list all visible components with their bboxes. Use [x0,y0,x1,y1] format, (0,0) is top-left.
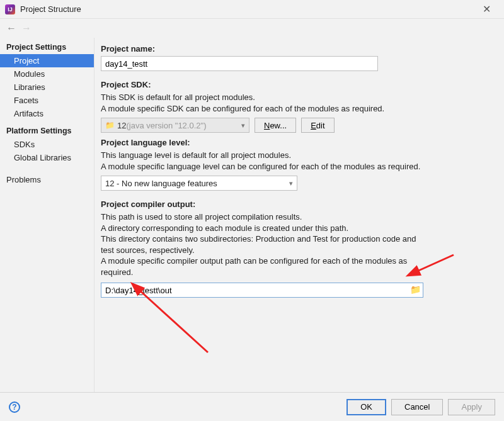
chevron-down-icon: ▾ [289,179,293,188]
browse-folder-icon[interactable]: 📁 [410,284,421,295]
sidebar-item-problems[interactable]: Problems [0,173,94,186]
lang-desc-2: A module specific language level can be … [101,161,493,172]
output-desc-2: A directory corresponding to each module… [101,223,493,234]
edit-sdk-button[interactable]: Edit [301,118,334,133]
help-icon[interactable]: ? [9,401,20,413]
apply-button[interactable]: Apply [448,399,495,415]
sdk-combo[interactable]: 📁 12 (java version "12.0.2") ▾ [101,118,249,133]
lang-desc-1: This language level is default for all p… [101,150,493,161]
main-panel: Project name: Project SDK: This SDK is d… [94,38,504,421]
folder-icon: 📁 [105,121,115,130]
dialog-footer: ? OK Cancel Apply [0,392,504,421]
lang-level-value: 12 - No new language features [105,179,217,188]
sidebar-item-sdks[interactable]: SDKs [0,138,94,151]
app-icon: IJ [5,4,15,14]
forward-icon[interactable]: → [21,23,32,34]
sidebar-item-project[interactable]: Project [0,54,94,67]
sidebar-item-libraries[interactable]: Libraries [0,81,94,94]
ok-button[interactable]: OK [346,399,386,415]
sdk-desc-1: This SDK is default for all project modu… [101,92,493,103]
sidebar-item-artifacts[interactable]: Artifacts [0,107,94,120]
sidebar-heading-platform-settings: Platform Settings [0,124,94,138]
output-desc-4: A module specific compiler output path c… [101,255,428,278]
cancel-button[interactable]: Cancel [391,399,443,415]
sdk-label: Project SDK: [101,80,493,89]
compiler-output-input[interactable] [101,283,423,298]
window-title: Project Structure [20,4,474,14]
lang-level-combo[interactable]: 12 - No new language features ▾ [101,176,297,191]
output-desc-3: This directory contains two subdirectori… [101,233,428,255]
sidebar-item-modules[interactable]: Modules [0,67,94,81]
sidebar-item-facets[interactable]: Facets [0,94,94,107]
lang-level-label: Project language level: [101,138,493,147]
project-name-label: Project name: [101,44,493,53]
new-sdk-button[interactable]: New... [255,118,296,133]
close-icon[interactable]: ✕ [474,1,499,18]
nav-toolbar: ← → [0,19,504,38]
titlebar: IJ Project Structure ✕ [0,0,504,19]
back-icon[interactable]: ← [6,23,16,34]
compiler-output-label: Project compiler output: [101,199,493,209]
sdk-desc-2: A module specific SDK can be configured … [101,103,493,115]
project-name-input[interactable] [101,56,378,71]
sidebar: Project Settings Project Modules Librari… [0,38,94,421]
chevron-down-icon: ▾ [241,121,245,130]
output-desc-1: This path is used to store all project c… [101,211,493,223]
sidebar-heading-project-settings: Project Settings [0,40,94,54]
svg-line-1 [139,289,208,352]
sdk-combo-prefix: 12 [117,121,126,130]
sidebar-item-global-libraries[interactable]: Global Libraries [0,151,94,164]
sdk-combo-suffix: (java version "12.0.2") [126,121,206,130]
